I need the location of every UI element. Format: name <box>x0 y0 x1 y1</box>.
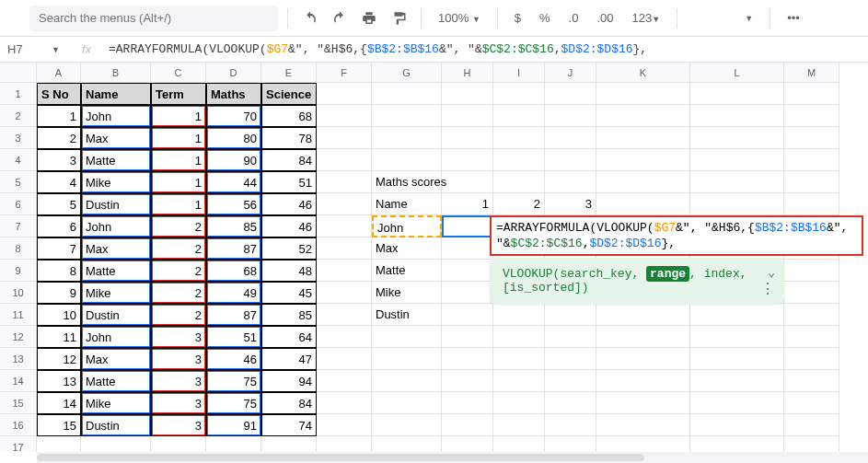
table1-cell[interactable]: 80 <box>206 127 261 149</box>
table1-cell[interactable]: 51 <box>261 171 317 193</box>
table1-cell[interactable]: Matte <box>81 149 151 171</box>
horizontal-scrollbar[interactable] <box>37 452 868 463</box>
scrollbar-thumb[interactable] <box>37 454 644 461</box>
cell[interactable] <box>690 105 784 127</box>
table1-cell[interactable]: 12 <box>37 348 81 370</box>
cell[interactable] <box>690 348 784 370</box>
cell[interactable] <box>317 370 372 392</box>
column-header-J[interactable]: J <box>545 63 596 83</box>
table1-cell[interactable]: Mike <box>81 171 151 193</box>
table1-cell[interactable]: 11 <box>37 326 81 348</box>
table1-cell[interactable]: 2 <box>151 237 206 260</box>
cell[interactable] <box>545 414 596 436</box>
table1-cell[interactable]: 3 <box>151 326 206 348</box>
table1-header[interactable]: Science <box>261 83 317 105</box>
font-dropdown[interactable]: ▼ <box>687 14 760 23</box>
column-header-A[interactable]: A <box>37 63 81 83</box>
zoom-dropdown[interactable]: 100% ▼ <box>431 11 488 25</box>
select-all-corner[interactable] <box>0 63 37 83</box>
formula-input[interactable]: =ARRAYFORMULA(VLOOKUP($G7&", "&H$6,{$B$2… <box>103 42 868 56</box>
print-icon[interactable] <box>356 6 382 31</box>
table1-cell[interactable]: 75 <box>206 392 261 414</box>
cell[interactable] <box>690 127 784 149</box>
table1-cell[interactable]: 5 <box>37 193 81 215</box>
cell[interactable] <box>545 105 596 127</box>
table1-cell[interactable]: 3 <box>151 348 206 370</box>
table1-cell[interactable]: Dustin <box>81 304 151 326</box>
table1-cell[interactable]: 4 <box>37 171 81 193</box>
table1-cell[interactable]: 45 <box>261 282 317 304</box>
table1-cell[interactable]: 90 <box>206 149 261 171</box>
table1-cell[interactable]: 6 <box>37 215 81 237</box>
table1-cell[interactable]: 1 <box>151 127 206 149</box>
cell[interactable] <box>690 304 784 326</box>
cell[interactable] <box>690 392 784 414</box>
cell[interactable] <box>596 436 690 452</box>
cell[interactable] <box>784 392 839 414</box>
cell[interactable] <box>545 83 596 105</box>
cell[interactable] <box>372 127 442 149</box>
cell[interactable] <box>442 149 493 171</box>
column-header-I[interactable]: I <box>493 63 545 83</box>
table1-cell[interactable]: 68 <box>206 260 261 282</box>
table1-cell[interactable]: Mike <box>81 392 151 414</box>
table1-cell[interactable]: 9 <box>37 282 81 304</box>
cell[interactable] <box>784 105 839 127</box>
table1-cell[interactable]: 84 <box>261 392 317 414</box>
table1-cell[interactable]: 1 <box>151 105 206 127</box>
table2-name-cell[interactable]: Dustin <box>372 304 442 326</box>
table2-value-cell[interactable] <box>442 260 493 282</box>
cell[interactable] <box>545 370 596 392</box>
active-cell-h7[interactable] <box>442 215 493 237</box>
table1-cell[interactable]: 47 <box>261 348 317 370</box>
table2-value-cell[interactable] <box>442 282 493 304</box>
row-header-8[interactable]: 8 <box>0 237 37 260</box>
cell[interactable] <box>596 414 690 436</box>
table1-cell[interactable]: 56 <box>206 193 261 215</box>
table1-cell[interactable]: Matte <box>81 370 151 392</box>
hint-collapse-icon[interactable]: ⌄ <box>768 265 775 280</box>
table1-cell[interactable]: Matte <box>81 260 151 282</box>
cell[interactable] <box>372 414 442 436</box>
cell[interactable] <box>493 83 545 105</box>
increase-decimal-button[interactable]: .00 <box>589 11 620 25</box>
cell[interactable] <box>596 193 690 215</box>
cell[interactable] <box>442 370 493 392</box>
table1-cell[interactable]: 75 <box>206 370 261 392</box>
format-currency-button[interactable]: $ <box>507 11 528 25</box>
table1-cell[interactable]: 2 <box>151 260 206 282</box>
table1-cell[interactable]: Mike <box>81 282 151 304</box>
table1-cell[interactable]: 10 <box>37 304 81 326</box>
cell[interactable] <box>372 326 442 348</box>
table1-cell[interactable]: 46 <box>261 193 317 215</box>
cell[interactable] <box>442 414 493 436</box>
cell[interactable] <box>690 171 784 193</box>
cell[interactable] <box>372 149 442 171</box>
table1-cell[interactable]: 3 <box>37 149 81 171</box>
table2-value-cell[interactable] <box>545 304 596 326</box>
table1-cell[interactable]: 52 <box>261 237 317 260</box>
table2-header[interactable]: 2 <box>493 193 545 215</box>
table1-cell[interactable]: 48 <box>261 260 317 282</box>
table1-cell[interactable]: Max <box>81 237 151 260</box>
table1-cell[interactable]: 74 <box>261 414 317 436</box>
table1-cell[interactable]: Max <box>81 127 151 149</box>
row-header-7[interactable]: 7 <box>0 215 37 237</box>
cell[interactable] <box>784 414 839 436</box>
cell[interactable] <box>545 436 596 452</box>
table1-cell[interactable]: 3 <box>151 414 206 436</box>
cell[interactable] <box>442 83 493 105</box>
cell[interactable] <box>317 326 372 348</box>
cell[interactable] <box>784 83 839 105</box>
cell[interactable] <box>372 348 442 370</box>
cell[interactable] <box>596 83 690 105</box>
column-header-M[interactable]: M <box>784 63 839 83</box>
cell[interactable] <box>317 171 372 193</box>
cell[interactable] <box>317 237 372 260</box>
cell[interactable] <box>784 348 839 370</box>
row-header-15[interactable]: 15 <box>0 392 37 414</box>
column-header-D[interactable]: D <box>206 63 261 83</box>
column-header-F[interactable]: F <box>317 63 372 83</box>
cell[interactable] <box>784 171 839 193</box>
table1-cell[interactable]: 1 <box>151 149 206 171</box>
